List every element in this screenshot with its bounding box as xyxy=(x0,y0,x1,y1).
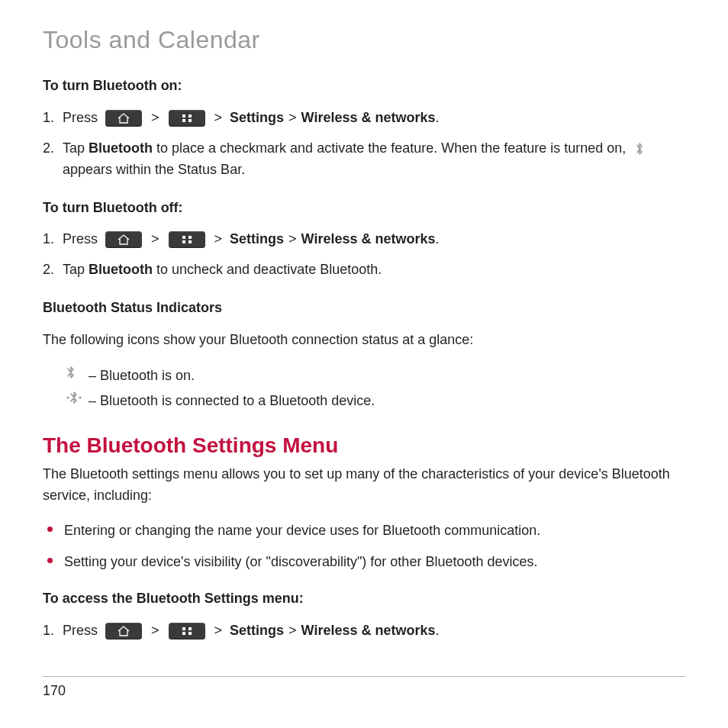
svg-rect-4 xyxy=(182,236,185,239)
settings-label: Settings xyxy=(230,620,284,642)
period: . xyxy=(435,229,439,250)
svg-rect-2 xyxy=(182,119,185,122)
step-number: 2. xyxy=(43,259,63,281)
status-intro: The following icons show your Bluetooth … xyxy=(43,330,696,351)
turn-on-step-1: 1. Press > > Settings > Wireless & netwo… xyxy=(43,108,696,129)
text: Tap xyxy=(63,140,89,156)
apps-key-icon xyxy=(169,231,205,248)
svg-rect-0 xyxy=(182,114,185,118)
step-content: Tap Bluetooth to place a checkmark and a… xyxy=(63,138,696,181)
step-content: Tap Bluetooth to uncheck and deactivate … xyxy=(63,259,696,281)
step-content: Press > > Settings > Wireless & networks… xyxy=(63,108,696,129)
page-title: Tools and Calendar xyxy=(43,26,696,54)
home-key-icon xyxy=(105,110,142,127)
separator: > xyxy=(284,620,301,642)
subhead-turn-on: To turn Bluetooth on: xyxy=(43,76,696,97)
step-number: 1. xyxy=(43,108,63,129)
home-key-icon xyxy=(105,623,142,639)
bluetooth-label: Bluetooth xyxy=(89,140,153,156)
step-content: Press > > Settings > Wireless & networks… xyxy=(63,229,696,250)
step-content: Press > > Settings > Wireless & networks… xyxy=(63,620,696,642)
turn-off-step-2: 2. Tap Bluetooth to uncheck and deactiva… xyxy=(43,259,696,281)
access-step-1: 1. Press > > Settings > Wireless & netwo… xyxy=(43,620,696,642)
separator: > xyxy=(207,620,230,642)
bluetooth-connected-icon xyxy=(66,390,89,412)
separator: > xyxy=(207,108,230,129)
bullet-item: Entering or changing the name your devic… xyxy=(43,520,696,542)
text: Tap xyxy=(63,262,89,277)
svg-rect-10 xyxy=(182,627,185,630)
separator: > xyxy=(143,108,167,129)
separator: > xyxy=(207,229,230,250)
period: . xyxy=(435,108,439,129)
subhead-access-menu: To access the Bluetooth Settings menu: xyxy=(43,588,696,610)
separator: > xyxy=(284,108,301,129)
separator: > xyxy=(284,229,301,250)
page-number: 170 xyxy=(43,683,685,699)
press-label: Press xyxy=(63,620,98,642)
svg-point-9 xyxy=(79,396,81,398)
status-item-on: – Bluetooth is on. xyxy=(66,365,696,387)
apps-key-icon xyxy=(169,623,205,639)
step-number: 1. xyxy=(43,620,63,642)
text: to uncheck and deactivate Bluetooth. xyxy=(153,262,382,277)
turn-off-step-1: 1. Press > > Settings > Wireless & netwo… xyxy=(43,229,696,250)
menu-intro: The Bluetooth settings menu allows you t… xyxy=(43,464,696,507)
svg-rect-13 xyxy=(188,632,192,635)
footer-divider xyxy=(43,676,685,677)
svg-rect-3 xyxy=(188,119,192,122)
bluetooth-on-icon xyxy=(66,365,89,387)
period: . xyxy=(435,620,439,642)
page-footer: 170 xyxy=(0,676,728,699)
text: appears within the Status Bar. xyxy=(63,162,245,177)
status-text: – Bluetooth is connected to a Bluetooth … xyxy=(89,391,375,412)
apps-key-icon xyxy=(169,110,205,127)
svg-rect-7 xyxy=(188,240,192,243)
bluetooth-icon xyxy=(633,141,646,156)
section-heading-bluetooth-menu: The Bluetooth Settings Menu xyxy=(43,433,696,458)
manual-page: Tools and Calendar To turn Bluetooth on:… xyxy=(0,0,728,728)
home-key-icon xyxy=(105,231,142,248)
step-number: 1. xyxy=(43,229,63,250)
svg-point-8 xyxy=(66,396,69,398)
wireless-label: Wireless & networks xyxy=(301,108,436,129)
step-number: 2. xyxy=(43,138,63,159)
bullet-item: Setting your device's visibility (or "di… xyxy=(43,552,696,573)
status-text: – Bluetooth is on. xyxy=(89,366,195,387)
svg-rect-12 xyxy=(182,632,185,635)
settings-label: Settings xyxy=(230,108,284,129)
wireless-label: Wireless & networks xyxy=(301,620,436,642)
bluetooth-label: Bluetooth xyxy=(89,262,153,277)
wireless-label: Wireless & networks xyxy=(301,229,436,250)
separator: > xyxy=(143,229,167,250)
subhead-turn-off: To turn Bluetooth off: xyxy=(43,198,696,219)
svg-rect-1 xyxy=(188,114,192,118)
press-label: Press xyxy=(63,108,98,129)
settings-label: Settings xyxy=(230,229,284,250)
svg-rect-6 xyxy=(182,240,185,243)
svg-rect-5 xyxy=(188,236,192,239)
bullet-list: Entering or changing the name your devic… xyxy=(43,520,696,574)
svg-rect-11 xyxy=(188,627,192,630)
press-label: Press xyxy=(63,229,98,250)
subhead-status-indicators: Bluetooth Status Indicators xyxy=(43,298,696,319)
turn-on-step-2: 2. Tap Bluetooth to place a checkmark an… xyxy=(43,138,696,181)
separator: > xyxy=(143,620,167,642)
text: to place a checkmark and activate the fe… xyxy=(153,140,630,156)
status-item-connected: – Bluetooth is connected to a Bluetooth … xyxy=(66,390,696,412)
